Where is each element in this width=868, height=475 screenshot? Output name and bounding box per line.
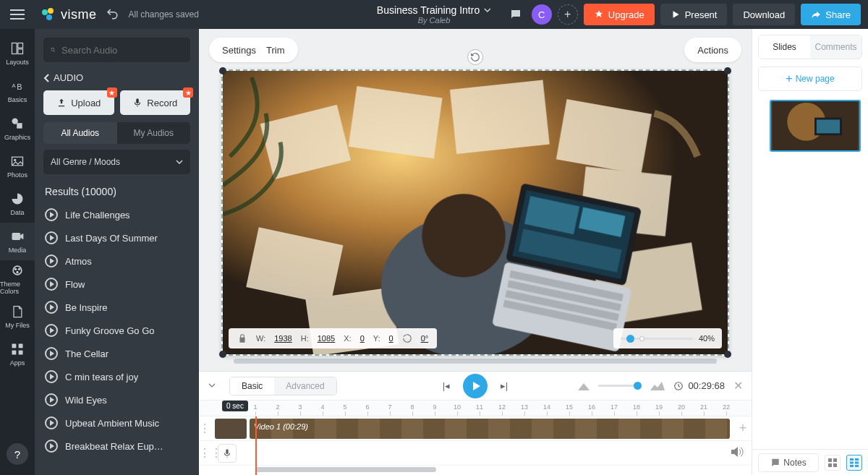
- play-icon[interactable]: [45, 416, 58, 429]
- share-button[interactable]: Share: [801, 4, 861, 25]
- play-icon[interactable]: [45, 254, 58, 268]
- lock-icon[interactable]: [237, 333, 247, 343]
- audio-track[interactable]: C min tears of joy: [39, 365, 195, 388]
- close-timeline[interactable]: ✕: [733, 379, 743, 393]
- tab-my-audios[interactable]: My Audios: [117, 122, 191, 144]
- prev-frame-button[interactable]: |◂: [437, 377, 456, 395]
- audio-track[interactable]: Breakbeat Relax Eup…: [39, 435, 195, 458]
- nav-media[interactable]: Media: [0, 223, 35, 260]
- trim-tab[interactable]: Trim: [266, 45, 285, 56]
- audio-track[interactable]: Flow: [39, 273, 195, 296]
- rotation-value[interactable]: 0°: [421, 334, 429, 343]
- help-button[interactable]: ?: [7, 443, 28, 465]
- nav-basics[interactable]: ABBasics: [0, 72, 35, 110]
- document-title[interactable]: Business Training Intro: [377, 4, 491, 16]
- nav-layouts[interactable]: Layouts: [0, 35, 35, 72]
- search-input[interactable]: [61, 45, 183, 56]
- play-icon[interactable]: [45, 231, 58, 244]
- drag-handle-icon[interactable]: ⋮⋮: [199, 421, 215, 435]
- play-icon[interactable]: [45, 208, 58, 221]
- video-element[interactable]: [221, 69, 729, 356]
- svg-rect-19: [12, 351, 17, 355]
- nav-apps[interactable]: Apps: [0, 335, 35, 373]
- height-value[interactable]: 1085: [318, 334, 335, 343]
- actions-menu[interactable]: Actions: [684, 38, 741, 62]
- slide-thumbnail[interactable]: 1: [770, 100, 861, 152]
- timeline-scrollbar[interactable]: [255, 467, 436, 472]
- comments-icon[interactable]: [506, 4, 526, 25]
- tab-slides[interactable]: Slides: [759, 35, 810, 59]
- tab-basic[interactable]: Basic: [230, 377, 274, 395]
- nav-my-files[interactable]: My Files: [0, 298, 35, 335]
- list-view-button[interactable]: [846, 455, 862, 471]
- play-icon[interactable]: [45, 301, 58, 314]
- playhead[interactable]: [255, 416, 257, 475]
- svg-point-16: [16, 271, 18, 273]
- menu-button[interactable]: [0, 9, 35, 20]
- audio-track[interactable]: Life Challenges: [39, 203, 195, 226]
- timeline-ruler[interactable]: 0 sec 1234567891011121314151617181920212…: [199, 401, 752, 416]
- y-value[interactable]: 0: [389, 334, 393, 343]
- nav-data[interactable]: Data: [0, 185, 35, 223]
- present-button[interactable]: Present: [660, 4, 728, 25]
- download-button[interactable]: Download: [733, 4, 795, 25]
- collapse-timeline[interactable]: [208, 380, 222, 393]
- audio-track[interactable]: Upbeat Ambient Music: [39, 411, 195, 435]
- play-icon[interactable]: [45, 370, 58, 383]
- notes-button[interactable]: Notes: [758, 453, 819, 472]
- rotate-handle[interactable]: [467, 49, 483, 65]
- nav-theme-colors[interactable]: Theme Colors: [0, 260, 35, 298]
- zoom-in-icon[interactable]: [650, 382, 665, 390]
- nav-graphics[interactable]: Graphics: [0, 110, 35, 147]
- zoom-slider[interactable]: [621, 338, 693, 340]
- tab-all-audios[interactable]: All Audios: [43, 122, 117, 144]
- new-page-button[interactable]: + New page: [758, 67, 862, 91]
- upgrade-button[interactable]: Upgrade: [584, 4, 655, 25]
- audio-track[interactable]: Atmos: [39, 249, 195, 273]
- audio-track[interactable]: Wild Eyes: [39, 388, 195, 411]
- play-icon[interactable]: [45, 440, 58, 453]
- canvas-stage[interactable]: W:1938 H:1085 X:0 Y:0 0° 40%: [221, 69, 729, 356]
- settings-tab[interactable]: Settings: [222, 45, 256, 56]
- results-count: Results (10000): [35, 181, 199, 203]
- x-value[interactable]: 0: [360, 334, 365, 343]
- audio-track[interactable]: Be Inspire: [39, 296, 195, 319]
- volume-icon[interactable]: [731, 447, 744, 460]
- user-avatar[interactable]: C: [532, 4, 552, 25]
- record-button[interactable]: Record ★: [120, 90, 191, 115]
- microphone-icon: [222, 448, 232, 458]
- canvas-scrollbar[interactable]: [234, 359, 717, 364]
- play-icon[interactable]: [45, 393, 58, 406]
- resize-handle-tl[interactable]: [219, 67, 226, 74]
- add-collaborator-button[interactable]: +: [558, 4, 578, 25]
- timeline-zoom-slider[interactable]: [598, 385, 642, 387]
- play-icon[interactable]: [45, 278, 58, 291]
- search-audio[interactable]: [43, 38, 190, 62]
- play-icon[interactable]: [45, 347, 58, 360]
- record-audio-button[interactable]: [218, 444, 237, 463]
- drag-handle-icon[interactable]: ⋮⋮: [199, 446, 215, 460]
- resize-handle-bl[interactable]: [219, 351, 226, 358]
- video-clip[interactable]: Video 1 (00:29): [250, 419, 730, 439]
- grid-view-button[interactable]: [825, 455, 841, 471]
- playhead-label[interactable]: 0 sec: [222, 401, 248, 411]
- play-icon[interactable]: [45, 324, 58, 337]
- undo-button[interactable]: [106, 7, 119, 22]
- tab-comments[interactable]: Comments: [810, 35, 861, 59]
- zoom-out-icon[interactable]: [578, 382, 590, 390]
- play-button[interactable]: [463, 374, 488, 398]
- audio-track[interactable]: Funky Groove Go Go: [39, 319, 195, 342]
- resize-handle-br[interactable]: [724, 351, 731, 358]
- audio-track[interactable]: Last Days Of Summer: [39, 226, 195, 249]
- nav-photos[interactable]: Photos: [0, 147, 35, 185]
- width-value[interactable]: 1938: [274, 334, 292, 343]
- audio-track[interactable]: The Cellar: [39, 342, 195, 365]
- add-clip-button[interactable]: +: [734, 420, 752, 437]
- genre-selector[interactable]: All Genre / Moods: [43, 150, 190, 174]
- resize-handle-tr[interactable]: [724, 67, 731, 74]
- back-to-media[interactable]: AUDIO: [35, 67, 199, 90]
- search-icon: [51, 45, 56, 55]
- tab-advanced[interactable]: Advanced: [274, 377, 336, 395]
- upload-button[interactable]: Upload ★: [43, 90, 114, 115]
- next-frame-button[interactable]: ▸|: [495, 377, 514, 395]
